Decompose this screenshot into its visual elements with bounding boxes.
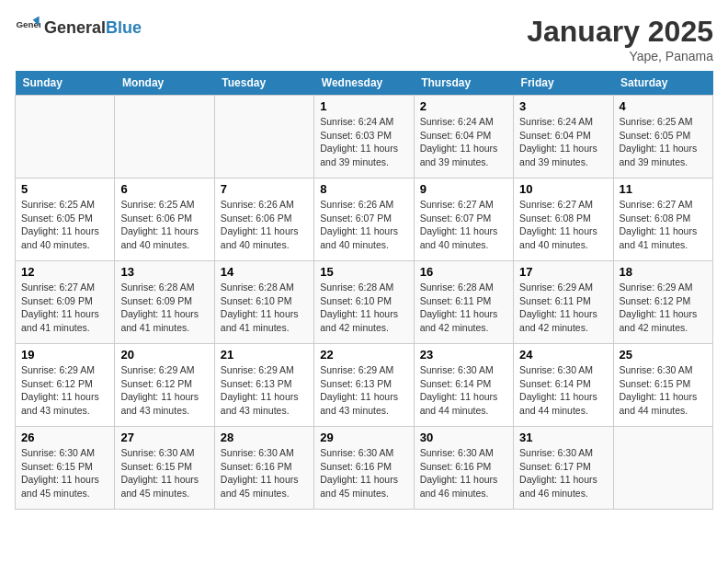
day-number: 19 — [21, 348, 108, 362]
table-row: 14Sunrise: 6:28 AM Sunset: 6:10 PM Dayli… — [214, 261, 313, 344]
table-row — [16, 96, 115, 178]
table-row: 26Sunrise: 6:30 AM Sunset: 6:15 PM Dayli… — [16, 427, 115, 510]
day-number: 9 — [420, 182, 507, 196]
day-info: Sunrise: 6:29 AM Sunset: 6:13 PM Dayligh… — [221, 363, 308, 418]
table-row: 9Sunrise: 6:27 AM Sunset: 6:07 PM Daylig… — [414, 178, 513, 261]
day-number: 23 — [420, 348, 507, 362]
calendar-week-row: 1Sunrise: 6:24 AM Sunset: 6:03 PM Daylig… — [16, 96, 713, 178]
day-number: 17 — [519, 265, 607, 279]
day-info: Sunrise: 6:30 AM Sunset: 6:16 PM Dayligh… — [320, 446, 407, 500]
day-info: Sunrise: 6:25 AM Sunset: 6:05 PM Dayligh… — [620, 115, 707, 169]
day-number: 27 — [120, 431, 208, 444]
day-info: Sunrise: 6:26 AM Sunset: 6:06 PM Dayligh… — [221, 198, 308, 252]
table-row: 4Sunrise: 6:25 AM Sunset: 6:05 PM Daylig… — [613, 96, 712, 178]
day-info: Sunrise: 6:29 AM Sunset: 6:12 PM Dayligh… — [120, 363, 208, 418]
calendar-week-row: 19Sunrise: 6:29 AM Sunset: 6:12 PM Dayli… — [16, 344, 713, 427]
day-number: 24 — [519, 348, 607, 362]
day-info: Sunrise: 6:25 AM Sunset: 6:05 PM Dayligh… — [21, 198, 108, 252]
day-number: 21 — [221, 348, 308, 362]
col-sunday: Sunday — [16, 71, 115, 96]
table-row: 1Sunrise: 6:24 AM Sunset: 6:03 PM Daylig… — [314, 96, 414, 178]
day-number: 11 — [620, 182, 707, 196]
calendar-week-row: 26Sunrise: 6:30 AM Sunset: 6:15 PM Dayli… — [16, 427, 713, 510]
day-info: Sunrise: 6:29 AM Sunset: 6:13 PM Dayligh… — [320, 363, 407, 418]
day-info: Sunrise: 6:28 AM Sunset: 6:11 PM Dayligh… — [420, 281, 507, 335]
day-number: 4 — [620, 99, 707, 113]
table-row: 23Sunrise: 6:30 AM Sunset: 6:14 PM Dayli… — [414, 344, 513, 427]
logo-blue: Blue — [106, 18, 142, 37]
table-row: 24Sunrise: 6:30 AM Sunset: 6:14 PM Dayli… — [514, 344, 613, 427]
day-number: 12 — [21, 265, 108, 279]
col-saturday: Saturday — [613, 71, 712, 96]
table-row: 22Sunrise: 6:29 AM Sunset: 6:13 PM Dayli… — [314, 344, 414, 427]
calendar-week-row: 5Sunrise: 6:25 AM Sunset: 6:05 PM Daylig… — [16, 178, 713, 261]
title-block: January 2025 Yape, Panama — [527, 15, 713, 63]
location: Yape, Panama — [527, 49, 713, 63]
col-tuesday: Tuesday — [214, 71, 313, 96]
logo-general: General — [44, 18, 106, 37]
table-row: 16Sunrise: 6:28 AM Sunset: 6:11 PM Dayli… — [414, 261, 513, 344]
day-info: Sunrise: 6:29 AM Sunset: 6:12 PM Dayligh… — [620, 281, 707, 335]
day-info: Sunrise: 6:28 AM Sunset: 6:10 PM Dayligh… — [320, 281, 407, 335]
day-number: 15 — [320, 265, 407, 279]
col-wednesday: Wednesday — [314, 71, 414, 96]
table-row — [613, 427, 712, 510]
day-info: Sunrise: 6:30 AM Sunset: 6:15 PM Dayligh… — [21, 446, 108, 500]
day-info: Sunrise: 6:27 AM Sunset: 6:09 PM Dayligh… — [21, 281, 108, 335]
day-number: 18 — [620, 265, 707, 279]
day-info: Sunrise: 6:30 AM Sunset: 6:17 PM Dayligh… — [519, 446, 607, 500]
day-info: Sunrise: 6:26 AM Sunset: 6:07 PM Dayligh… — [320, 198, 407, 252]
day-info: Sunrise: 6:30 AM Sunset: 6:16 PM Dayligh… — [420, 446, 507, 500]
table-row: 17Sunrise: 6:29 AM Sunset: 6:11 PM Dayli… — [514, 261, 613, 344]
col-friday: Friday — [514, 71, 613, 96]
table-row — [214, 96, 313, 178]
day-number: 3 — [519, 99, 607, 113]
calendar-table: Sunday Monday Tuesday Wednesday Thursday… — [15, 71, 713, 510]
table-row: 10Sunrise: 6:27 AM Sunset: 6:08 PM Dayli… — [514, 178, 613, 261]
table-row: 2Sunrise: 6:24 AM Sunset: 6:04 PM Daylig… — [414, 96, 513, 178]
day-number: 10 — [519, 182, 607, 196]
table-row: 8Sunrise: 6:26 AM Sunset: 6:07 PM Daylig… — [314, 178, 414, 261]
col-monday: Monday — [115, 71, 214, 96]
day-info: Sunrise: 6:30 AM Sunset: 6:15 PM Dayligh… — [120, 446, 208, 500]
day-number: 20 — [120, 348, 208, 362]
day-info: Sunrise: 6:30 AM Sunset: 6:14 PM Dayligh… — [519, 363, 607, 418]
day-number: 8 — [320, 182, 407, 196]
day-info: Sunrise: 6:28 AM Sunset: 6:10 PM Dayligh… — [221, 281, 308, 335]
month-title: January 2025 — [527, 15, 713, 49]
day-number: 31 — [519, 431, 607, 444]
day-number: 29 — [320, 431, 407, 444]
day-number: 14 — [221, 265, 308, 279]
day-number: 2 — [420, 99, 507, 113]
day-info: Sunrise: 6:29 AM Sunset: 6:12 PM Dayligh… — [21, 363, 108, 418]
day-number: 7 — [221, 182, 308, 196]
day-info: Sunrise: 6:24 AM Sunset: 6:04 PM Dayligh… — [420, 115, 507, 169]
day-number: 25 — [620, 348, 707, 362]
day-info: Sunrise: 6:24 AM Sunset: 6:04 PM Dayligh… — [519, 115, 607, 169]
day-number: 22 — [320, 348, 407, 362]
logo-icon: General — [15, 15, 40, 40]
day-number: 1 — [320, 99, 407, 113]
day-info: Sunrise: 6:30 AM Sunset: 6:14 PM Dayligh… — [420, 363, 507, 418]
day-info: Sunrise: 6:27 AM Sunset: 6:07 PM Dayligh… — [420, 198, 507, 252]
table-row: 30Sunrise: 6:30 AM Sunset: 6:16 PM Dayli… — [414, 427, 513, 510]
day-info: Sunrise: 6:28 AM Sunset: 6:09 PM Dayligh… — [120, 281, 208, 335]
table-row: 28Sunrise: 6:30 AM Sunset: 6:16 PM Dayli… — [214, 427, 313, 510]
table-row: 7Sunrise: 6:26 AM Sunset: 6:06 PM Daylig… — [214, 178, 313, 261]
calendar-header-row: Sunday Monday Tuesday Wednesday Thursday… — [16, 71, 713, 96]
table-row: 29Sunrise: 6:30 AM Sunset: 6:16 PM Dayli… — [314, 427, 414, 510]
table-row — [115, 96, 214, 178]
day-number: 6 — [120, 182, 208, 196]
page-header: General GeneralBlue January 2025 Yape, P… — [15, 15, 713, 63]
logo: General GeneralBlue — [15, 15, 142, 40]
day-number: 5 — [21, 182, 108, 196]
table-row: 21Sunrise: 6:29 AM Sunset: 6:13 PM Dayli… — [214, 344, 313, 427]
day-info: Sunrise: 6:30 AM Sunset: 6:16 PM Dayligh… — [221, 446, 308, 500]
day-info: Sunrise: 6:25 AM Sunset: 6:06 PM Dayligh… — [120, 198, 208, 252]
table-row: 18Sunrise: 6:29 AM Sunset: 6:12 PM Dayli… — [613, 261, 712, 344]
table-row: 25Sunrise: 6:30 AM Sunset: 6:15 PM Dayli… — [613, 344, 712, 427]
table-row: 31Sunrise: 6:30 AM Sunset: 6:17 PM Dayli… — [514, 427, 613, 510]
day-number: 28 — [221, 431, 308, 444]
table-row: 19Sunrise: 6:29 AM Sunset: 6:12 PM Dayli… — [16, 344, 115, 427]
day-number: 30 — [420, 431, 507, 444]
